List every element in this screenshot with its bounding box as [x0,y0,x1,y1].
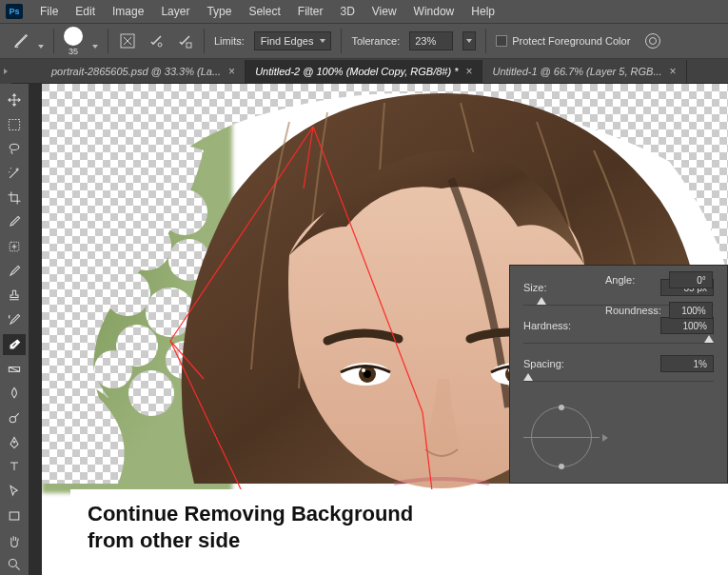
size-label: Size: [523,282,546,293]
menu-filter[interactable]: Filter [290,2,331,21]
toolbox [0,84,29,575]
angle-label: Angle: [605,274,635,286]
tutorial-caption: Continue Removing Background from other … [70,489,728,575]
eyedropper-tool[interactable] [3,212,26,233]
tab-document-3[interactable]: Untitled-1 @ 66.7% (Layer 5, RGB... × [482,60,686,83]
svg-point-16 [147,155,185,193]
close-icon[interactable]: × [670,65,677,78]
caption-line-2: from other side [88,528,240,552]
canvas-area: Continue Removing Background from other … [29,84,728,575]
svg-point-17 [162,189,207,235]
divider [108,29,108,53]
svg-point-4 [10,144,19,149]
tab-document-2[interactable]: Untitled-2 @ 100% (Model Copy, RGB/8#) *… [246,60,482,83]
chevron-down-icon[interactable] [92,45,98,49]
brush-preview-icon [64,27,83,46]
hardness-slider[interactable] [523,338,714,344]
path-select-tool[interactable] [3,481,26,502]
background-eraser-tool[interactable] [3,334,26,355]
pressure-target-icon[interactable] [645,33,660,49]
limits-label: Limits: [214,35,245,47]
rectangle-tool[interactable] [3,506,26,526]
svg-point-18 [122,221,171,270]
menu-select[interactable]: Select [241,2,287,21]
divider [341,29,342,53]
tolerance-input[interactable]: 23% [409,31,453,50]
tab-label: portrait-2865605.psd @ 33.3% (La... [51,66,221,77]
menu-window[interactable]: Window [406,2,462,21]
spacing-label: Spacing: [523,358,564,369]
divider [204,29,205,53]
angle-input[interactable]: 0° [669,271,713,288]
stamp-tool[interactable] [3,286,26,307]
roundness-label: Roundness: [605,305,661,316]
brush-size-label: 35 [69,47,78,56]
spacing-slider[interactable] [523,376,714,382]
blur-tool[interactable] [3,383,26,404]
caption-line-1: Continue Removing Background [88,502,413,525]
svg-point-8 [13,441,15,443]
history-brush-tool[interactable] [3,309,26,330]
tolerance-label: Tolerance: [351,35,400,47]
angle-widget[interactable] [523,399,600,475]
options-bar: 35 Limits: Find Edges Tolerance: 23% Pro… [0,23,728,59]
svg-rect-2 [187,43,191,48]
menu-edit[interactable]: Edit [68,2,103,21]
menu-3d[interactable]: 3D [332,2,362,21]
tab-label: Untitled-1 @ 66.7% (Layer 5, RGB... [492,66,661,77]
svg-point-10 [9,560,16,567]
menu-bar: Ps File Edit Image Layer Type Select Fil… [0,0,728,23]
move-tool[interactable] [3,89,26,110]
protect-foreground-checkbox[interactable]: Protect Foreground Color [496,35,630,47]
svg-point-15 [111,172,153,214]
gradient-tool[interactable] [3,359,26,380]
svg-point-25 [94,350,132,388]
divider [485,29,486,53]
svg-point-29 [362,368,365,372]
menu-layer[interactable]: Layer [153,2,197,21]
svg-point-20 [105,270,150,316]
menu-view[interactable]: View [364,2,404,21]
svg-rect-3 [9,119,19,129]
marquee-tool[interactable] [3,114,26,135]
crop-tool[interactable] [3,188,26,208]
menu-help[interactable]: Help [463,2,502,21]
brush-tool[interactable] [3,261,26,282]
close-icon[interactable]: × [228,65,235,78]
brush-preset-picker[interactable]: 35 [64,27,83,56]
menu-type[interactable]: Type [199,2,239,21]
dodge-tool[interactable] [3,407,26,428]
hand-tool[interactable] [3,530,26,551]
lasso-tool[interactable] [3,138,26,159]
panel-expand-strip[interactable] [0,59,11,84]
heal-tool[interactable] [3,236,26,257]
divider [53,29,54,53]
menu-image[interactable]: Image [105,2,151,21]
svg-point-24 [128,370,174,416]
sampling-swatch-icon[interactable] [175,31,194,50]
sampling-once-icon[interactable] [147,31,166,50]
app-logo: Ps [6,4,23,19]
pen-tool[interactable] [3,432,26,453]
tolerance-stepper[interactable] [462,31,476,50]
chevron-down-icon[interactable] [38,45,44,49]
tab-label: Untitled-2 @ 100% (Model Copy, RGB/8#) * [255,66,458,77]
document-tabs: portrait-2865605.psd @ 33.3% (La... × Un… [0,59,728,84]
close-icon[interactable]: × [465,65,472,78]
checkbox-icon [496,35,507,47]
svg-rect-9 [10,512,19,520]
brush-settings-panel: Size: 35 px Hardness: 100% Spacing: 1% A… [509,265,728,484]
svg-point-7 [10,416,15,422]
roundness-input[interactable]: 100% [669,302,713,319]
tab-document-1[interactable]: portrait-2865605.psd @ 33.3% (La... × [42,60,246,83]
hardness-label: Hardness: [523,320,571,331]
tool-preset-picker[interactable] [8,30,34,52]
spacing-input[interactable]: 1% [660,355,714,372]
type-tool[interactable] [3,457,26,478]
limits-dropdown[interactable]: Find Edges [254,31,332,50]
sampling-continuous-icon[interactable] [118,31,137,50]
zoom-tool[interactable] [3,554,26,575]
svg-point-1 [158,43,162,47]
menu-file[interactable]: File [32,2,66,21]
magic-wand-tool[interactable] [3,163,26,184]
